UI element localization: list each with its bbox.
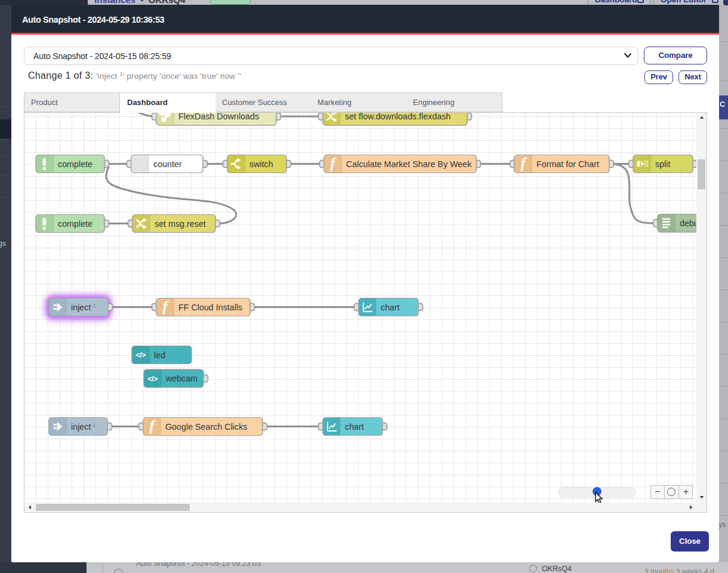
svg-text:set flow.downloads.flexdash: set flow.downloads.flexdash bbox=[345, 113, 451, 121]
svg-text:</>: </> bbox=[135, 351, 146, 359]
svg-text:complete: complete bbox=[58, 219, 92, 229]
svg-text:counter: counter bbox=[153, 159, 182, 169]
svg-text:led: led bbox=[154, 350, 165, 360]
svg-text:chart: chart bbox=[381, 303, 400, 312]
svg-text:</>: </> bbox=[147, 375, 158, 383]
svg-text:complete: complete bbox=[58, 159, 92, 169]
svg-text:switch: switch bbox=[249, 159, 273, 169]
svg-text:FF Cloud Installs: FF Cloud Installs bbox=[178, 303, 242, 312]
svg-text:debug: debug bbox=[680, 218, 696, 228]
svg-text:split: split bbox=[655, 159, 670, 169]
svg-text:chart: chart bbox=[345, 422, 364, 432]
svg-text:Calculate Market Share By Week: Calculate Market Share By Week bbox=[346, 159, 472, 169]
svg-text:Format for Chart: Format for Chart bbox=[536, 159, 599, 169]
svg-text:FlexDash Downloads: FlexDash Downloads bbox=[178, 113, 259, 121]
svg-text:webcam: webcam bbox=[165, 374, 198, 383]
svg-text:Google Search Clicks: Google Search Clicks bbox=[165, 422, 247, 432]
svg-text:set msg.reset: set msg.reset bbox=[155, 219, 206, 229]
